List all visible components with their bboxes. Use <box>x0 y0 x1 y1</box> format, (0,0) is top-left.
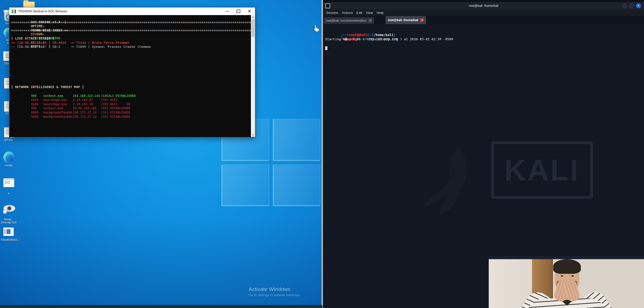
icon-label: get-pip <box>1 138 17 141</box>
person-eye <box>571 275 574 277</box>
tab-label: root@kali: /home/kali <box>388 18 418 22</box>
watermark-title: Activate Windows <box>249 286 300 292</box>
minimize-button[interactable] <box>222 8 233 15</box>
scroll-down-icon[interactable]: ▼ <box>251 133 255 137</box>
shortcut-arrow-icon: ↗ <box>4 211 6 213</box>
kali-tabbar: root@kali: /usr/share/wordlists × root@k… <box>323 16 644 24</box>
console-window-icon <box>12 10 16 13</box>
soc-titlebar[interactable]: TRS4R3N Sentinal AI SOC Behavior ✕ <box>9 8 255 15</box>
app-window-icon <box>3 227 14 238</box>
kali-terminal[interactable]: KALI ┌──(root㉿kali)-[/home/kali] └─# nma… <box>323 24 644 308</box>
icon-label: a <box>1 192 17 195</box>
screen-splitview: Recy Micr Ed TRS4R TRS4 get-pip config <box>0 0 644 308</box>
webcam-letterbox-bar <box>489 256 644 259</box>
nmap-eye-icon: ↗ <box>3 205 14 215</box>
attack-event-row: >> [10:30:33] (x35 ) ID:4625 -> T1110 | … <box>11 41 129 45</box>
edge-icon <box>3 151 14 162</box>
network-row: 8868backgroundTaskHo150.171.27.12[CA] ES… <box>11 110 130 123</box>
gears-icon: ⚙⚙ <box>4 180 10 185</box>
person-eyebrow <box>571 273 575 274</box>
kali-dragon-watermark <box>409 140 492 220</box>
kali-titlebar[interactable]: root@kali: /home/kali × <box>323 2 644 10</box>
desktop-icon-config[interactable]: config <box>1 151 17 167</box>
maximize-button[interactable] <box>629 3 634 8</box>
tab-label: root@kali: /usr/share/wordlists <box>326 19 366 22</box>
menu-help[interactable]: Help <box>377 11 384 15</box>
tab-close-icon[interactable]: × <box>368 19 372 22</box>
icon-label: TRS4R3NSO... <box>1 238 17 241</box>
kali-window-title: root@kali: /home/kali <box>323 4 644 8</box>
person-eyebrow <box>560 273 564 274</box>
settings-window-icon: ⚙⚙ <box>3 178 14 188</box>
tab-wordlists[interactable]: root@kali: /usr/share/wordlists × <box>324 17 374 24</box>
icon-label: Zenmap GUI <box>1 221 17 224</box>
person-hair <box>553 259 581 274</box>
activate-windows-watermark: Activate Windows Go to Settings to activ… <box>249 286 300 297</box>
screen-edge-divider <box>322 0 323 308</box>
mouse-cursor-hand <box>312 24 321 33</box>
soc-console-output: SOC ENGINE v3.9 | UPTIME: 00:00:17 | STA… <box>9 15 255 137</box>
scroll-up-icon[interactable]: ▲ <box>251 15 255 19</box>
console-scrollbar[interactable]: ▲ ▼ <box>251 15 255 137</box>
kali-screen: root@kali: /home/kali × Session Actions … <box>323 0 644 308</box>
scrollbar-thumb[interactable] <box>251 19 254 37</box>
nmap-output-line: Starting Nmap 7.98 ( https://nmap.org ) … <box>325 37 453 42</box>
menu-actions[interactable]: Actions <box>342 11 353 15</box>
windows-taskbar[interactable] <box>0 305 322 308</box>
windows-desktop: Recy Micr Ed TRS4R TRS4 get-pip config <box>0 0 322 308</box>
risk-index-value: 6380 <box>31 32 39 36</box>
icon-label: Nmap - <box>1 218 17 221</box>
icon-label: config <box>1 164 17 167</box>
wallpaper-pane <box>221 165 269 206</box>
kali-menubar: Session Actions Edit View Help <box>323 10 644 16</box>
webcam-overlay <box>489 256 644 308</box>
network-map-header: [ NETWORK INTELLIGENCE & THREAT MAP ] <box>11 85 84 89</box>
wallpaper-pane <box>273 165 320 206</box>
desktop-icon-nmap-zenmap[interactable]: ↗ Nmap - Zenmap GUI <box>1 205 17 224</box>
menu-edit[interactable]: Edit <box>356 11 362 15</box>
maximize-button[interactable] <box>233 8 244 15</box>
window-title: TRS4R3N Sentinal AI SOC Behavior <box>18 10 67 13</box>
divider-line: ========================================… <box>11 20 255 24</box>
close-button[interactable]: × <box>636 3 641 8</box>
desktop-icon-trs4r3nso[interactable]: TRS4R3NSO... <box>1 227 17 241</box>
terminal-cursor <box>325 46 327 50</box>
tab-close-icon[interactable]: × <box>420 18 424 22</box>
live-attack-header: [ LIVE ATTACK SCREEN ] <box>11 36 54 41</box>
kali-logo-watermark: KALI <box>491 141 593 199</box>
menu-view[interactable]: View <box>366 11 373 15</box>
attack-event-row: -- [10:30:18] (x2 ) ID:1 -> T1059 | Sysm… <box>11 45 151 49</box>
tab-home-kali[interactable]: root@kali: /home/kali × <box>386 16 426 24</box>
watermark-subtitle: Go to Settings to activate Windows. <box>249 293 300 297</box>
close-button[interactable]: ✕ <box>244 8 255 15</box>
wallpaper-pane <box>273 119 320 161</box>
minimize-button[interactable] <box>622 3 627 8</box>
soc-console-window: TRS4R3N Sentinal AI SOC Behavior ✕ SOC E… <box>9 7 255 137</box>
menu-session[interactable]: Session <box>326 11 338 15</box>
desktop-icon-a[interactable]: ⚙⚙ a <box>1 178 17 195</box>
person-eye <box>561 275 563 277</box>
divider-line: ========================================… <box>11 28 255 32</box>
